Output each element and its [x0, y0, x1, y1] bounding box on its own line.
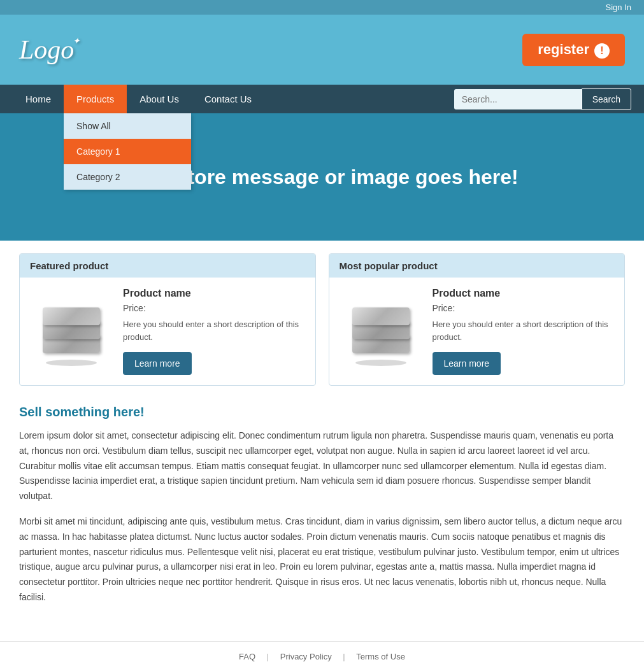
disc-shadow [46, 360, 97, 366]
sell-paragraph-1: Lorem ipsum dolor sit amet, consectetur … [19, 428, 625, 504]
popular-product-card: Most popular product Product name Price:… [329, 253, 626, 386]
popular-disc-shadow [355, 360, 406, 366]
search-input[interactable] [454, 89, 582, 109]
featured-product-price: Price: [123, 303, 305, 313]
search-button[interactable]: Search [582, 88, 631, 110]
product-row: Featured product Product name Price: Her… [19, 253, 625, 386]
nav-contact[interactable]: Contact Us [192, 85, 264, 113]
footer-sep-1: | [267, 652, 269, 661]
popular-product-name: Product name [433, 288, 615, 299]
popular-product-desc: Here you should enter a short descriptio… [433, 318, 615, 343]
nav-about[interactable]: About Us [127, 85, 192, 113]
popular-learn-more-button[interactable]: Learn more [433, 352, 501, 375]
featured-product-desc: Here you should enter a short descriptio… [123, 318, 305, 343]
sell-heading: Sell something here! [19, 405, 625, 419]
nav-products[interactable]: Products [64, 85, 127, 113]
privacy-link[interactable]: Privacy Policy [280, 652, 332, 661]
disc-1 [43, 307, 100, 325]
sell-paragraph-2: Morbi sit amet mi tincidunt, adipiscing … [19, 514, 625, 605]
products-dropdown: Show All Category 1 Category 2 [64, 113, 191, 190]
popular-product-header: Most popular product [329, 254, 625, 278]
featured-product-body: Product name Price: Here you should ente… [20, 278, 315, 385]
top-bar: Sign In [0, 0, 644, 15]
popular-product-info: Product name Price: Here you should ente… [433, 288, 615, 375]
featured-product-name: Product name [123, 288, 305, 299]
nav-home[interactable]: Home [13, 85, 64, 113]
signin-link[interactable]: Sign In [606, 3, 631, 12]
footer: FAQ | Privacy Policy | Terms of Use [0, 641, 644, 662]
featured-learn-more-button[interactable]: Learn more [123, 352, 192, 375]
nav-products-container: Products Show All Category 1 Category 2 [64, 85, 127, 113]
logo: Logo✦ [19, 34, 74, 65]
main-nav: Home Products Show All Category 1 Catego… [0, 85, 644, 113]
footer-sep-2: | [343, 652, 345, 661]
faq-link[interactable]: FAQ [239, 652, 255, 661]
terms-link[interactable]: Terms of Use [356, 652, 405, 661]
featured-product-card: Featured product Product name Price: Her… [19, 253, 316, 386]
main-content: Featured product Product name Price: Her… [0, 241, 644, 641]
register-button[interactable]: register [522, 34, 625, 66]
popular-product-price: Price: [433, 303, 615, 313]
featured-product-header: Featured product [20, 254, 315, 278]
dropdown-category2[interactable]: Category 2 [64, 164, 191, 190]
dropdown-show-all[interactable]: Show All [64, 113, 191, 139]
dropdown-category1[interactable]: Category 1 [64, 139, 191, 164]
featured-product-image [30, 288, 113, 370]
header: Logo✦ register [0, 15, 644, 85]
nav-search-area: Search [454, 88, 631, 110]
featured-product-info: Product name Price: Here you should ente… [123, 288, 305, 375]
logo-star-icon: ✦ [73, 36, 80, 46]
popular-product-image [340, 288, 422, 370]
popular-stack-icon [349, 297, 413, 361]
featured-stack-icon [39, 297, 103, 361]
popular-disc-1 [352, 307, 410, 325]
popular-product-body: Product name Price: Here you should ente… [329, 278, 625, 385]
